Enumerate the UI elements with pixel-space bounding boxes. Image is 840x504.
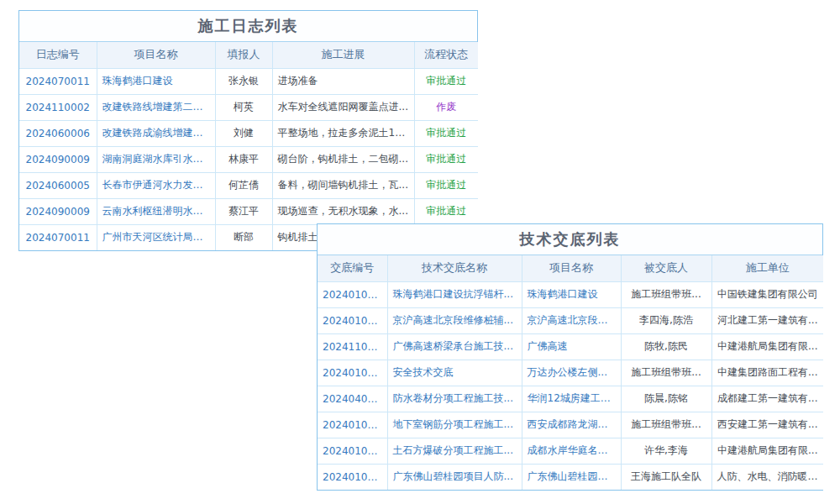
cell-person: 施工班组带班...: [621, 412, 711, 438]
cell-unit: 中建港航局集团有限...: [711, 333, 823, 360]
cell-person: 李四海,陈浩: [621, 307, 711, 333]
table-row: 2024010003安全技术交底万达办公楼左侧...施工班组带班...中建集团路…: [318, 360, 823, 386]
cell-id[interactable]: 2024070011: [19, 224, 97, 250]
cell-unit: 中建集团路面工程有...: [711, 360, 823, 386]
cell-unit: 中国铁建集团有限公司: [711, 281, 823, 307]
tech-disclosure-title: 技术交底列表: [318, 224, 822, 255]
cell-person: 陈晨,陈铭: [621, 386, 711, 412]
cell-project[interactable]: 云南水利枢纽潜明水库一...: [97, 198, 215, 224]
cell-progress: 砌台阶，钩机排土，二包砌...: [272, 146, 414, 172]
cell-id[interactable]: 2024110001: [318, 333, 387, 360]
cell-project[interactable]: 长春市伊通河水力发电厂...: [97, 172, 215, 198]
cell-person: 施工班组带班...: [621, 360, 711, 386]
cell-name[interactable]: 广东佛山碧桂园项目人防...: [387, 464, 522, 490]
table-row: 2024110001广佛高速桥梁承台施工技...广佛高速陈牧,陈民中建港航局集团…: [318, 333, 823, 360]
cell-id[interactable]: 2024010002: [318, 412, 387, 438]
tech-disclosure-panel: 技术交底列表 交底编号技术交底名称项目名称被交底人施工单位 2024010003…: [317, 223, 823, 491]
tech-disclosure-header-row: 交底编号技术交底名称项目名称被交底人施工单位: [318, 255, 823, 281]
cell-id[interactable]: 2024110002: [19, 94, 97, 120]
table-row: 2024090009云南水利枢纽潜明水库一...蔡江平现场巡查，无积水现象，水.…: [19, 198, 478, 224]
cell-reporter: 刘健: [215, 120, 272, 146]
cell-reporter: 断部: [215, 224, 272, 250]
cell-unit: 河北建工第一建筑有...: [711, 307, 823, 333]
cell-id[interactable]: 2024070011: [19, 68, 97, 94]
column-header-project: 项目名称: [522, 255, 621, 281]
cell-project[interactable]: 万达办公楼左侧...: [522, 360, 621, 386]
cell-reporter: 柯英: [215, 94, 272, 120]
cell-name[interactable]: 珠海鹤港口建设抗浮锚杆...: [387, 281, 522, 307]
cell-name[interactable]: 京沪高速北京段维修桩辅...: [387, 307, 522, 333]
cell-name[interactable]: 土石方爆破分项工程施工...: [387, 438, 522, 464]
cell-id[interactable]: 2024040001: [318, 386, 387, 412]
column-header-progress: 施工进展: [272, 42, 414, 68]
cell-person: 许华,李海: [621, 438, 711, 464]
cell-status: 审批通过: [414, 172, 478, 198]
cell-name[interactable]: 广佛高速桥梁承台施工技...: [387, 333, 522, 360]
cell-project[interactable]: 成都水岸华庭名苑...: [522, 438, 621, 464]
column-header-id: 日志编号: [19, 42, 97, 68]
construction-log-table: 日志编号项目名称填报人施工进展流程状态 2024070011珠海鹤港口建设张永银…: [19, 42, 478, 250]
cell-status: 审批通过: [414, 146, 478, 172]
cell-id[interactable]: 2024090009: [19, 198, 97, 224]
cell-status: 作废: [414, 94, 478, 120]
tech-disclosure-table: 交底编号技术交底名称项目名称被交底人施工单位 2024010003珠海鹤港口建设…: [318, 255, 823, 490]
cell-id[interactable]: 2024010003: [318, 281, 387, 307]
cell-project[interactable]: 珠海鹤港口建设: [522, 281, 621, 307]
cell-name[interactable]: 地下室钢筋分项工程施工...: [387, 412, 522, 438]
cell-id[interactable]: 2024060005: [19, 172, 97, 198]
cell-progress: 进场准备: [272, 68, 414, 94]
cell-reporter: 何芷僑: [215, 172, 272, 198]
cell-name[interactable]: 安全技术交底: [387, 360, 522, 386]
table-row: 2024010002土石方爆破分项工程施工...成都水岸华庭名苑...许华,李海…: [318, 438, 823, 464]
table-row: 2024090009湖南洞庭湖水库引水工程...林康平砌台阶，钩机排土，二包砌.…: [19, 146, 478, 172]
table-row: 2024010002地下室钢筋分项工程施工...西安成都路龙湖上...施工班组带…: [318, 412, 823, 438]
cell-unit: 西安建工第一建筑有...: [711, 412, 823, 438]
column-header-status: 流程状态: [414, 42, 478, 68]
table-row: 2024110002改建铁路线增建第二线直...柯英水车对全线遮阳网覆盖点进..…: [19, 94, 478, 120]
cell-project[interactable]: 广州市天河区统计局机房...: [97, 224, 215, 250]
cell-name[interactable]: 防水卷材分项工程施工技...: [387, 386, 522, 412]
table-row: 2024010001广东佛山碧桂园项目人防...广东佛山碧桂园项目王海施工队全队…: [318, 464, 823, 490]
cell-project[interactable]: 改建铁路线增建第二线直...: [97, 94, 215, 120]
cell-status: 审批通过: [414, 68, 478, 94]
cell-project[interactable]: 西安成都路龙湖上...: [522, 412, 621, 438]
construction-log-panel: 施工日志列表 日志编号项目名称填报人施工进展流程状态 2024070011珠海鹤…: [18, 10, 478, 251]
cell-project[interactable]: 珠海鹤港口建设: [97, 68, 215, 94]
cell-id[interactable]: 2024010001: [318, 464, 387, 490]
cell-reporter: 林康平: [215, 146, 272, 172]
cell-id[interactable]: 2024010002: [318, 438, 387, 464]
column-header-id: 交底编号: [318, 255, 387, 281]
cell-id[interactable]: 2024010003: [318, 360, 387, 386]
cell-person: 王海施工队全队: [621, 464, 711, 490]
cell-unit: 成都建工第一建筑有...: [711, 386, 823, 412]
column-header-project: 项目名称: [97, 42, 215, 68]
column-header-name: 技术交底名称: [387, 255, 522, 281]
tech-disclosure-body: 2024010003珠海鹤港口建设抗浮锚杆...珠海鹤港口建设施工班组带班...…: [318, 281, 823, 490]
cell-progress: 现场巡查，无积水现象，水...: [272, 198, 414, 224]
cell-project[interactable]: 湖南洞庭湖水库引水工程...: [97, 146, 215, 172]
cell-progress: 水车对全线遮阳网覆盖点进...: [272, 94, 414, 120]
table-row: 2024060006改建铁路成渝线增建第二...刘健平整场地，拉走多余泥土15.…: [19, 120, 478, 146]
cell-progress: 备料，砌间墙钩机排土，瓦...: [272, 172, 414, 198]
column-header-person: 被交底人: [621, 255, 711, 281]
table-row: 2024010004京沪高速北京段维修桩辅...京沪高速北京段维修李四海,陈浩河…: [318, 307, 823, 333]
cell-unit: 人防、水电、消防暖通...: [711, 464, 823, 490]
cell-id[interactable]: 2024090009: [19, 146, 97, 172]
cell-project[interactable]: 京沪高速北京段维修: [522, 307, 621, 333]
cell-id[interactable]: 2024010004: [318, 307, 387, 333]
cell-project[interactable]: 广佛高速: [522, 333, 621, 360]
construction-log-title: 施工日志列表: [19, 11, 477, 42]
cell-project[interactable]: 华润12城房建工程...: [522, 386, 621, 412]
cell-reporter: 张永银: [215, 68, 272, 94]
table-row: 2024010003珠海鹤港口建设抗浮锚杆...珠海鹤港口建设施工班组带班...…: [318, 281, 823, 307]
cell-project[interactable]: 广东佛山碧桂园项目: [522, 464, 621, 490]
table-row: 2024040001防水卷材分项工程施工技...华润12城房建工程...陈晨,陈…: [318, 386, 823, 412]
cell-person: 施工班组带班...: [621, 281, 711, 307]
construction-log-header-row: 日志编号项目名称填报人施工进展流程状态: [19, 42, 478, 68]
cell-person: 陈牧,陈民: [621, 333, 711, 360]
cell-id[interactable]: 2024060006: [19, 120, 97, 146]
cell-progress: 平整场地，拉走多余泥土15...: [272, 120, 414, 146]
cell-status: 审批通过: [414, 120, 478, 146]
table-row: 2024070011珠海鹤港口建设张永银进场准备审批通过: [19, 68, 478, 94]
cell-project[interactable]: 改建铁路成渝线增建第二...: [97, 120, 215, 146]
